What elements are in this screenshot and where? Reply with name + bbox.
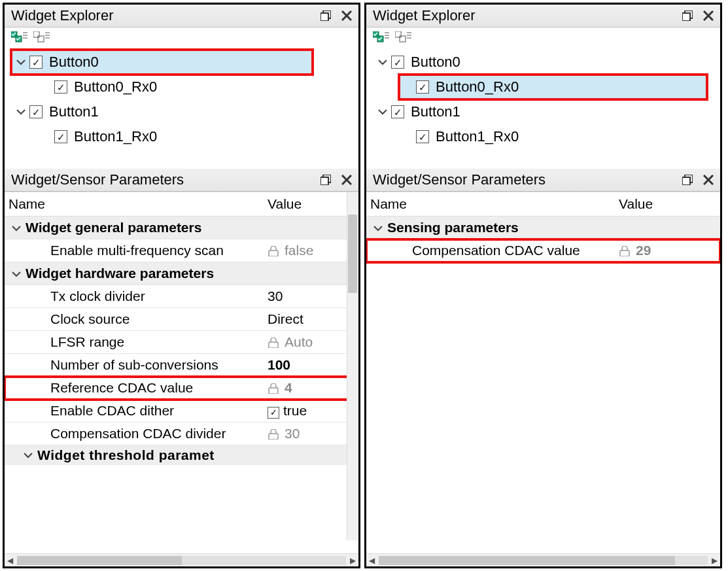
tree-item-label: Button1_Rx0 [74, 128, 157, 145]
chevron-down-icon[interactable] [377, 58, 389, 67]
tree-item-button1[interactable]: Button1 [373, 99, 720, 124]
parameters-body: Name Value Sensing parameters Compensati… [366, 192, 720, 553]
tree-item-button1-rx0[interactable]: Button1_Rx0 [11, 124, 358, 149]
tree-item-button0[interactable]: Button0 [373, 50, 720, 75]
checkbox[interactable] [391, 105, 404, 118]
param-name: LFSR range [5, 331, 264, 354]
restore-icon[interactable] [680, 9, 695, 23]
horizontal-scrollbar[interactable]: ◀ ▶ [5, 553, 358, 566]
explorer-toolbar [5, 27, 358, 47]
checkbox[interactable] [54, 80, 67, 94]
param-value[interactable]: 100 [264, 354, 358, 377]
table-row[interactable]: Clock source Direct [5, 308, 358, 331]
param-value[interactable]: 30 [264, 285, 358, 308]
tree-item-button0[interactable]: Button0 [11, 50, 313, 75]
restore-icon[interactable] [318, 173, 334, 187]
check-all-icon[interactable] [373, 31, 387, 44]
table-row[interactable]: Compensation CDAC divider 30 [5, 423, 358, 445]
checkbox[interactable] [391, 56, 404, 69]
parameters-title-bar: Widget/Sensor Parameters [366, 169, 720, 192]
widget-explorer-title: Widget Explorer [11, 7, 313, 24]
chevron-down-icon[interactable] [15, 107, 27, 116]
widget-tree: Button0 Button0_Rx0 Button1 Button1_Rx0 [5, 47, 358, 169]
parameters-title: Widget/Sensor Parameters [373, 171, 674, 188]
checkbox[interactable] [29, 105, 43, 118]
table-row[interactable]: Reference CDAC value 4 [5, 377, 358, 400]
explorer-toolbar [366, 27, 720, 47]
param-name: Reference CDAC value [5, 377, 264, 400]
table-row[interactable]: Compensation CDAC value 29 [366, 239, 720, 262]
table-row[interactable]: Tx clock divider 30 [5, 285, 358, 308]
parameters-title-bar: Widget/Sensor Parameters [5, 169, 358, 192]
chevron-down-icon[interactable] [15, 58, 27, 67]
column-header-value[interactable]: Value [615, 192, 720, 216]
section-row[interactable]: Widget hardware parameters [5, 262, 358, 285]
parameters-title: Widget/Sensor Parameters [11, 171, 313, 188]
section-title: Sensing parameters [387, 220, 519, 235]
param-name: Enable CDAC dither [5, 400, 264, 423]
tree-item-button0-rx0[interactable]: Button0_Rx0 [11, 75, 358, 99]
checkbox[interactable] [416, 80, 429, 94]
table-row[interactable]: Enable CDAC dither true [5, 400, 358, 423]
checkbox[interactable] [54, 130, 67, 143]
lock-icon [268, 427, 279, 438]
param-value[interactable]: Direct [264, 308, 358, 331]
vertical-scrollbar[interactable] [347, 192, 358, 540]
section-row-cutoff: Widget threshold paramet [5, 445, 358, 465]
left-column: Widget Explorer Button0 Button0_Rx0 Butt… [3, 3, 360, 568]
tree-item-button1-rx0[interactable]: Button1_Rx0 [373, 124, 720, 149]
table-row[interactable]: Number of sub-conversions 100 [5, 354, 358, 377]
table-row[interactable]: LFSR range Auto [5, 331, 358, 354]
tree-item-button0-rx0[interactable]: Button0_Rx0 [399, 75, 707, 99]
lock-icon [619, 244, 631, 254]
check-all-icon[interactable] [11, 31, 26, 44]
parameters-pane: Widget/Sensor Parameters Name Value Widg… [5, 169, 358, 566]
widget-explorer-pane: Widget Explorer Button0 Button0_Rx0 Butt… [5, 5, 358, 169]
section-row[interactable]: Sensing parameters [366, 216, 720, 239]
param-value[interactable]: true [264, 400, 358, 423]
right-column: Widget Explorer Button0 Button0_Rx0 Butt… [364, 3, 722, 568]
checkbox[interactable] [29, 56, 43, 69]
param-name: Compensation CDAC divider [5, 423, 264, 445]
param-name: Clock source [5, 308, 264, 331]
close-icon[interactable] [701, 173, 716, 187]
horizontal-scrollbar[interactable]: ◀ ▶ [366, 553, 720, 566]
scroll-left-icon[interactable]: ◀ [369, 556, 375, 565]
chevron-down-icon[interactable] [377, 107, 389, 116]
tree-item-button1[interactable]: Button1 [11, 99, 358, 124]
widget-tree: Button0 Button0_Rx0 Button1 Button1_Rx0 [366, 47, 720, 169]
lock-icon [268, 244, 279, 254]
tree-item-label: Button1 [49, 103, 99, 120]
tree-item-label: Button1_Rx0 [436, 128, 519, 145]
param-value: 4 [264, 377, 358, 400]
restore-icon[interactable] [318, 9, 334, 23]
uncheck-all-icon[interactable] [33, 31, 48, 44]
checkbox[interactable] [268, 407, 279, 419]
restore-icon[interactable] [680, 173, 695, 187]
section-row[interactable]: Widget general parameters [5, 216, 358, 239]
section-title: Widget hardware parameters [26, 266, 214, 281]
param-value: false [264, 239, 358, 262]
close-icon[interactable] [701, 9, 716, 23]
checkbox[interactable] [416, 130, 429, 143]
widget-explorer-title-bar: Widget Explorer [366, 5, 720, 27]
param-name: Enable multi-frequency scan [5, 239, 264, 262]
parameters-table: Name Value Widget general parameters Ena… [5, 192, 358, 445]
column-header-name[interactable]: Name [366, 192, 615, 216]
param-value: 29 [615, 239, 720, 262]
uncheck-all-icon[interactable] [395, 31, 409, 44]
tree-item-label: Button0 [49, 54, 99, 71]
tree-item-label: Button0_Rx0 [436, 78, 519, 95]
parameters-table: Name Value Sensing parameters Compensati… [366, 192, 720, 262]
close-icon[interactable] [339, 9, 355, 23]
param-value: Auto [264, 331, 358, 354]
scroll-left-icon[interactable]: ◀ [7, 556, 13, 565]
close-icon[interactable] [339, 173, 355, 187]
table-row[interactable]: Enable multi-frequency scan false [5, 239, 358, 262]
lock-icon [268, 381, 279, 392]
column-header-value[interactable]: Value [264, 192, 358, 216]
column-header-name[interactable]: Name [5, 192, 264, 216]
param-name: Tx clock divider [5, 285, 264, 308]
scroll-right-icon[interactable]: ▶ [350, 556, 356, 565]
scroll-right-icon[interactable]: ▶ [712, 556, 718, 565]
